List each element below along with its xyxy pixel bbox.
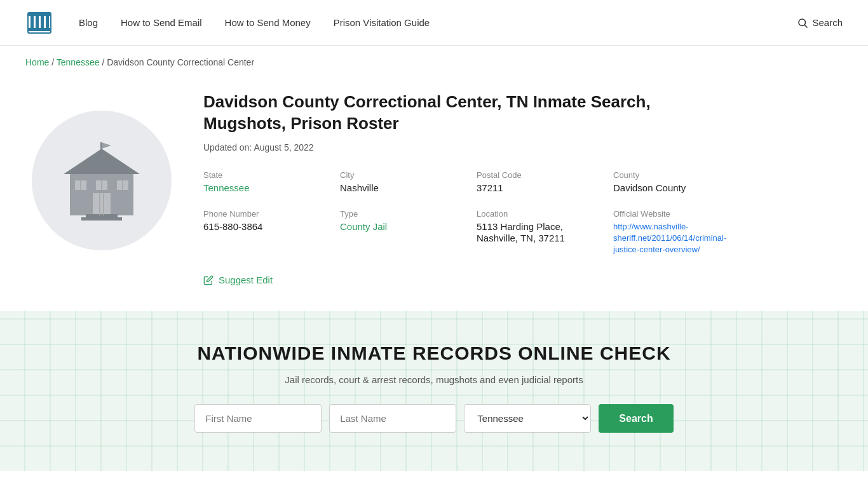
svg-rect-5	[28, 13, 51, 16]
search-trigger[interactable]: Search	[797, 17, 843, 29]
svg-rect-18	[81, 217, 122, 220]
postal-code-cell: Postal Code 37211	[477, 170, 600, 194]
county-cell: County Davidson County	[613, 170, 737, 194]
breadcrumb-current: Davidson County Correctional Center	[107, 57, 254, 67]
svg-rect-6	[28, 28, 51, 31]
city-value: Nashville	[340, 182, 379, 193]
first-name-input[interactable]	[194, 404, 322, 433]
facility-details: Davidson County Correctional Center, TN …	[203, 92, 737, 285]
inmate-records-section: NATIONWIDE INMATE RECORDS ONLINE CHECK J…	[0, 311, 868, 471]
state-value[interactable]: Tennessee	[203, 182, 250, 193]
city-cell: City Nashville	[340, 170, 464, 194]
search-icon	[797, 17, 808, 29]
svg-rect-21	[80, 180, 81, 190]
location-value: 5113 Harding Place, Nashville, TN, 37211	[477, 221, 565, 243]
state-cell: State Tennessee	[203, 170, 327, 194]
svg-rect-17	[86, 214, 118, 217]
facility-info-grid: State Tennessee City Nashville Postal Co…	[203, 170, 737, 256]
svg-rect-20	[103, 193, 104, 215]
phone-cell: Phone Number 615-880-3864	[203, 209, 327, 256]
svg-rect-13	[93, 193, 111, 215]
type-cell: Type County Jail	[340, 209, 464, 256]
logo-icon	[25, 9, 53, 37]
nav-send-money[interactable]: How to Send Money	[225, 17, 311, 28]
last-name-input[interactable]	[329, 404, 456, 433]
website-label: Official Website	[613, 209, 737, 219]
type-label: Type	[340, 209, 464, 219]
breadcrumb-state[interactable]: Tennessee	[57, 57, 100, 67]
inmate-search-form: TennesseeAlabamaAlaskaArizonaArkansasCal…	[25, 404, 843, 433]
nav-visitation-guide[interactable]: Prison Visitation Guide	[334, 17, 430, 28]
main-content: Davidson County Correctional Center, TN …	[0, 79, 763, 311]
county-value: Davidson County	[613, 182, 686, 193]
svg-rect-11	[100, 142, 102, 161]
building-illustration	[57, 139, 146, 222]
facility-image-circle	[32, 111, 172, 250]
phone-value: 615-880-3864	[203, 221, 262, 232]
svg-rect-23	[122, 180, 123, 190]
site-logo[interactable]	[25, 9, 53, 37]
inmate-records-subtitle: Jail records, court & arrest records, mu…	[25, 374, 843, 385]
facility-title: Davidson County Correctional Center, TN …	[203, 92, 737, 135]
phone-label: Phone Number	[203, 209, 327, 219]
website-link[interactable]: http://www.nashville-sheriff.net/2011/06…	[613, 221, 737, 256]
svg-line-8	[805, 25, 808, 27]
facility-image-container	[25, 92, 178, 285]
site-header: Blog How to Send Email How to Send Money…	[0, 0, 868, 46]
location-cell: Location 5113 Harding Place, Nashville, …	[477, 209, 600, 256]
suggest-edit-label: Suggest Edit	[219, 274, 273, 285]
nav-send-email[interactable]: How to Send Email	[121, 17, 202, 28]
edit-icon	[203, 275, 214, 285]
county-label: County	[613, 170, 737, 180]
updated-on: Updated on: August 5, 2022	[203, 142, 737, 152]
breadcrumb: Home / Tennessee / Davidson County Corre…	[0, 46, 868, 79]
svg-rect-19	[99, 193, 100, 215]
svg-rect-22	[101, 180, 102, 190]
city-label: City	[340, 170, 464, 180]
svg-marker-12	[102, 142, 111, 149]
state-label: State	[203, 170, 327, 180]
nav-blog[interactable]: Blog	[79, 17, 98, 28]
postal-code-label: Postal Code	[477, 170, 600, 180]
suggest-edit-link[interactable]: Suggest Edit	[203, 274, 737, 285]
inmate-records-title: NATIONWIDE INMATE RECORDS ONLINE CHECK	[25, 342, 843, 364]
state-select[interactable]: TennesseeAlabamaAlaskaArizonaArkansasCal…	[464, 404, 591, 433]
type-value[interactable]: County Jail	[340, 221, 387, 232]
website-cell: Official Website http://www.nashville-sh…	[613, 209, 737, 256]
search-button[interactable]: Search	[599, 404, 673, 433]
postal-code-value: 37211	[477, 182, 503, 193]
breadcrumb-home[interactable]: Home	[25, 57, 49, 67]
main-nav: Blog How to Send Email How to Send Money…	[79, 17, 797, 28]
svg-point-7	[799, 19, 806, 26]
search-label: Search	[812, 17, 843, 28]
location-label: Location	[477, 209, 600, 219]
